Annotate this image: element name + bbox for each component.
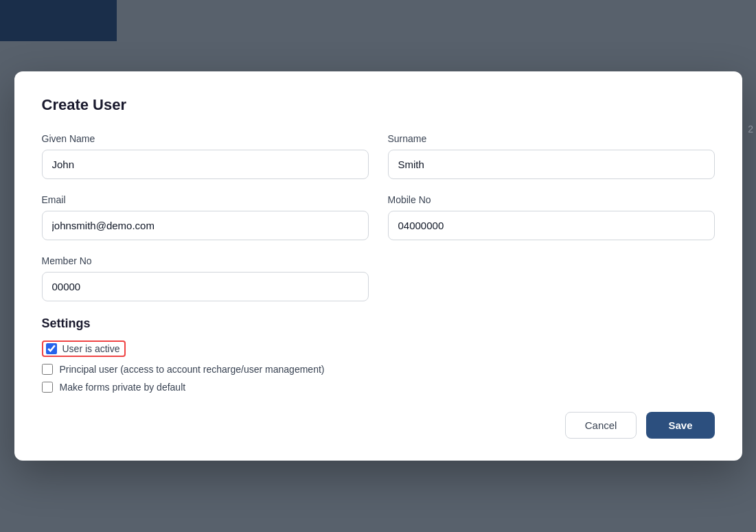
background-app-header [0,0,117,41]
mobile-no-group: Mobile No [388,194,715,240]
settings-title: Settings [42,316,715,331]
surname-group: Surname [388,133,715,179]
given-name-label: Given Name [42,133,369,144]
principal-user-checkbox[interactable] [42,364,53,375]
user-active-item: User is active [42,340,715,357]
modal-footer: Cancel Save [42,412,715,439]
email-label: Email [42,194,369,205]
user-active-checkbox[interactable] [46,343,57,354]
mobile-no-label: Mobile No [388,194,715,205]
member-no-label: Member No [42,255,369,266]
create-user-modal: Create User Given Name Surname Email Mob… [14,71,742,461]
name-row: Given Name Surname [42,133,715,179]
user-active-label[interactable]: User is active [62,343,120,354]
member-no-input[interactable] [42,272,369,301]
member-no-group: Member No [42,255,369,301]
member-row: Member No [42,255,715,301]
user-active-highlight: User is active [42,340,126,357]
settings-section: Settings User is active Principal user (… [42,316,715,393]
modal-title: Create User [42,96,715,114]
contact-row: Email Mobile No [42,194,715,240]
surname-label: Surname [388,133,715,144]
email-group: Email [42,194,369,240]
private-forms-label[interactable]: Make forms private by default [60,382,186,393]
mobile-no-input[interactable] [388,211,715,240]
background-number: 2 [748,124,756,135]
private-forms-item: Make forms private by default [42,382,715,393]
cancel-button[interactable]: Cancel [565,412,637,439]
principal-user-label[interactable]: Principal user (access to account rechar… [60,364,325,375]
principal-user-item: Principal user (access to account rechar… [42,364,715,375]
surname-input[interactable] [388,150,715,179]
private-forms-checkbox[interactable] [42,382,53,393]
given-name-group: Given Name [42,133,369,179]
given-name-input[interactable] [42,150,369,179]
save-button[interactable]: Save [646,412,714,439]
email-input[interactable] [42,211,369,240]
